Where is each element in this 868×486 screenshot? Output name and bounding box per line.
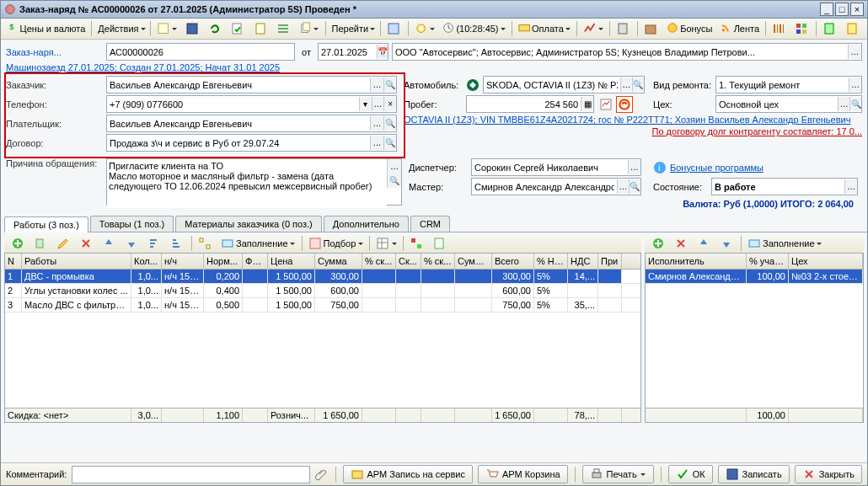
- col-d3[interactable]: % ск...: [421, 254, 455, 269]
- shop-field[interactable]: …🔍: [715, 95, 862, 113]
- dropdown-button[interactable]: ▾: [359, 97, 372, 111]
- save-button[interactable]: Записать: [718, 465, 790, 483]
- tb-11[interactable]: [613, 19, 635, 38]
- tb-g2[interactable]: [406, 234, 428, 253]
- feed-button[interactable]: Лента: [716, 19, 763, 38]
- warn-icon[interactable]: [616, 96, 633, 113]
- col-norm[interactable]: Норм...: [204, 254, 243, 269]
- tb-10[interactable]: [580, 19, 607, 38]
- tb-12[interactable]: [640, 19, 662, 38]
- col-fix[interactable]: Фи...: [243, 254, 268, 269]
- clock-button[interactable]: (10:28:45): [439, 19, 508, 38]
- tb-5[interactable]: [250, 19, 272, 38]
- close-button[interactable]: Закрыть: [795, 465, 862, 483]
- add2-button[interactable]: [648, 234, 670, 253]
- type-field[interactable]: …: [715, 76, 862, 93]
- arm-record-button[interactable]: АРМ Запись на сервис: [343, 465, 473, 483]
- fill-button[interactable]: Заполнение: [217, 234, 299, 253]
- tb-6[interactable]: [273, 19, 295, 38]
- tab-works[interactable]: Работы (3 поз.): [4, 216, 88, 232]
- col-price[interactable]: Цена: [268, 254, 315, 269]
- flag-icon[interactable]: [599, 98, 613, 111]
- table-row[interactable]: 2Углы установки колес ...1,0...н/ч 150..…: [5, 284, 640, 298]
- tb-14[interactable]: [791, 19, 813, 38]
- lookup-icon[interactable]: 🔍: [383, 136, 396, 150]
- tb-13[interactable]: [769, 19, 790, 38]
- down2-button[interactable]: [716, 234, 738, 253]
- col-vatv[interactable]: НДС: [568, 254, 598, 269]
- debt-link[interactable]: По договору долг контрагенту составляет:…: [652, 126, 862, 136]
- select-button[interactable]: Подбор: [305, 234, 367, 253]
- payer-field[interactable]: …🔍: [106, 115, 397, 132]
- prices-button[interactable]: $Цены и валюта: [4, 19, 88, 38]
- print-button[interactable]: Печать: [582, 465, 654, 483]
- customer-field[interactable]: …🔍: [106, 76, 397, 93]
- fill2-button[interactable]: Заполнение: [744, 234, 826, 253]
- reason-field[interactable]: Пригласите клиента на ТО Масло моторное …: [106, 158, 402, 206]
- tb-4[interactable]: [228, 19, 249, 38]
- lookup-icon[interactable]: 🔍: [629, 179, 640, 194]
- tb-7[interactable]: [296, 19, 323, 38]
- bonus-link[interactable]: Бонусные программы: [670, 163, 764, 173]
- date-input[interactable]: [319, 47, 377, 57]
- carline-link[interactable]: Машинозаезд 27.01.2025; Создан 27.01.202…: [6, 62, 280, 72]
- dispatcher-field[interactable]: …: [471, 158, 641, 176]
- date-field[interactable]: 📅: [318, 43, 388, 61]
- dots-button[interactable]: …: [370, 77, 383, 92]
- info-icon[interactable]: i: [653, 161, 667, 174]
- master-field[interactable]: …🔍: [471, 178, 641, 195]
- works-grid[interactable]: N Работы Кол... н/ч Норм... Фи... Цена С…: [4, 253, 641, 423]
- tab-goods[interactable]: Товары (1 поз.): [90, 216, 174, 232]
- comment-field[interactable]: [72, 466, 309, 483]
- delete2-button[interactable]: [671, 234, 693, 253]
- actions-button[interactable]: Действия: [94, 19, 147, 38]
- edit-button[interactable]: [53, 234, 75, 253]
- tb-3[interactable]: [205, 19, 227, 38]
- tb-g1[interactable]: [372, 234, 400, 253]
- col-shop[interactable]: Цех: [789, 254, 863, 269]
- tb-1[interactable]: [153, 19, 180, 38]
- contract-field[interactable]: …🔍: [106, 134, 397, 152]
- calendar-icon[interactable]: 📅: [377, 45, 388, 59]
- arm-cart-button[interactable]: АРМ Корзина: [478, 465, 568, 483]
- lookup-icon[interactable]: 🔍: [632, 77, 644, 92]
- up2-button[interactable]: [694, 234, 715, 253]
- add-button[interactable]: [8, 234, 29, 253]
- phone-field[interactable]: ▾…×: [106, 95, 397, 113]
- col-note[interactable]: При: [598, 254, 622, 269]
- doc-number-input[interactable]: [107, 47, 294, 57]
- ok-button[interactable]: ОК: [668, 465, 713, 483]
- bonuses-button[interactable]: Бонусы: [663, 19, 715, 38]
- mileage-field[interactable]: ▦: [466, 95, 594, 113]
- col-vat[interactable]: % НДС: [534, 254, 568, 269]
- col-qty[interactable]: Кол...: [131, 254, 162, 269]
- tab-crm[interactable]: CRM: [410, 216, 450, 232]
- col-exec[interactable]: Исполнитель: [646, 254, 747, 269]
- sort-desc-button[interactable]: [167, 234, 189, 253]
- org-field[interactable]: …: [392, 43, 862, 61]
- tab-extra[interactable]: Дополнительно: [324, 216, 409, 232]
- col-total[interactable]: Всего: [492, 254, 534, 269]
- table-row[interactable]: 1ДВС - промывка1,0...н/ч 150...0,2001 50…: [5, 270, 640, 284]
- goto-button[interactable]: Перейти: [329, 19, 378, 38]
- tree-button[interactable]: [195, 234, 217, 253]
- tb-16[interactable]: [842, 19, 864, 38]
- maximize-button[interactable]: □: [835, 3, 849, 16]
- sort-asc-button[interactable]: [144, 234, 166, 253]
- clear-button[interactable]: ×: [383, 97, 396, 111]
- reason-textarea[interactable]: Пригласите клиента на ТО Масло моторное …: [107, 159, 387, 208]
- exec-grid[interactable]: Исполнитель % учас... Цех Смирнов Алекса…: [645, 253, 864, 423]
- lookup-icon[interactable]: 🔍: [383, 116, 396, 131]
- car-field[interactable]: …🔍: [483, 76, 645, 93]
- carinfo-link[interactable]: OCTAVIA II (1Z3); VIN TMBBE61Z4A2021724;…: [404, 115, 850, 125]
- tab-mats[interactable]: Материалы заказчика (0 поз.): [175, 216, 322, 232]
- col-unit[interactable]: н/ч: [162, 254, 204, 269]
- calc-icon[interactable]: ▦: [581, 97, 593, 111]
- col-d4[interactable]: Сумм...: [455, 254, 492, 269]
- lookup-icon[interactable]: 🔍: [383, 77, 396, 92]
- down-button[interactable]: [121, 234, 143, 253]
- tb-g3[interactable]: [429, 234, 451, 253]
- payment-button[interactable]: Оплата: [515, 19, 575, 38]
- lookup-icon[interactable]: 🔍: [849, 97, 861, 111]
- dots-button[interactable]: …: [372, 97, 384, 111]
